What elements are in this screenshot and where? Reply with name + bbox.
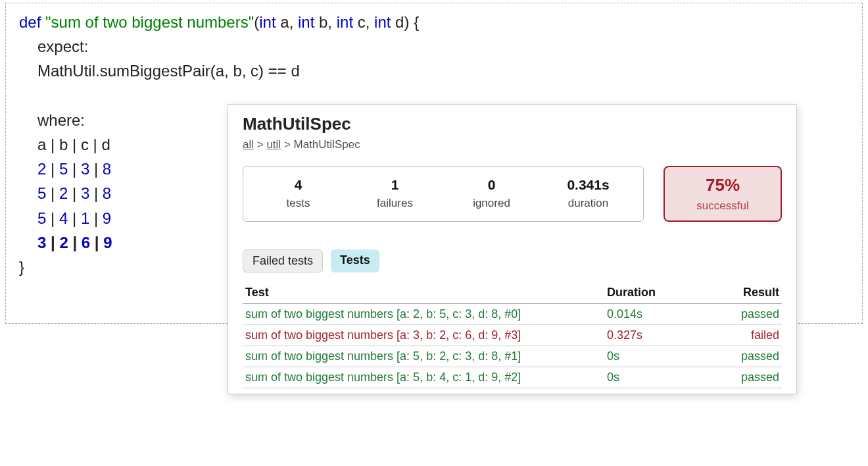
test-row: sum of two biggest numbers [a: 5, b: 2, …: [243, 346, 782, 367]
crumb-sep: >: [284, 138, 294, 151]
breadcrumb: all > util > MathUtilSpec: [243, 138, 782, 151]
test-row: sum of two biggest numbers [a: 3, b: 2, …: [243, 325, 782, 346]
test-result: failed: [710, 325, 782, 346]
close-paren-brace: ) {: [404, 13, 419, 31]
code-line-expect: expect:: [19, 34, 849, 59]
test-result: passed: [710, 367, 782, 388]
tabs: Failed tests Tests: [243, 249, 782, 272]
col-test: Test: [243, 282, 604, 304]
test-report-panel: MathUtilSpec all > util > MathUtilSpec 4…: [228, 104, 797, 394]
test-name: sum of two biggest numbers [a: 5, b: 2, …: [243, 346, 604, 367]
test-duration: 0.327s: [604, 325, 710, 346]
test-name: sum of two biggest numbers [a: 5, b: 4, …: [243, 367, 604, 388]
tab-tests[interactable]: Tests: [331, 249, 379, 272]
crumb-sep: >: [257, 138, 267, 151]
crumb-all[interactable]: all: [243, 138, 254, 151]
test-duration: 0s: [604, 367, 710, 388]
test-name: sum of two biggest numbers [a: 3, b: 2, …: [243, 325, 604, 346]
stat-ignored: 0 ignored: [443, 177, 540, 211]
code-line-def: def "sum of two biggest numbers"(int a, …: [19, 10, 849, 34]
code-line-assert: MathUtil.sumBiggestPair(a, b, c) == d: [19, 59, 849, 83]
report-title: MathUtilSpec: [243, 114, 782, 134]
col-duration: Duration: [604, 282, 710, 304]
test-result: passed: [710, 304, 782, 325]
test-name: sum of two biggest numbers [a: 2, b: 5, …: [243, 304, 604, 325]
test-duration: 0.014s: [604, 304, 710, 325]
method-name: "sum of two biggest numbers": [45, 13, 254, 31]
tab-failed-tests[interactable]: Failed tests: [243, 249, 323, 272]
crumb-leaf: MathUtilSpec: [294, 138, 360, 151]
stat-failures: 1 failures: [347, 177, 443, 211]
success-label: successful: [669, 199, 777, 213]
keyword-def: def: [19, 13, 41, 31]
crumb-util[interactable]: util: [266, 138, 281, 151]
stat-duration: 0.341s duration: [540, 177, 637, 211]
keyword-int: int: [259, 13, 276, 31]
stats-box: 4 tests 1 failures 0 ignored 0.341s dura…: [243, 166, 644, 222]
stats-row: 4 tests 1 failures 0 ignored 0.341s dura…: [243, 166, 782, 222]
tests-table-header: Test Duration Result: [243, 282, 782, 304]
success-box: 75% successful: [663, 166, 782, 222]
tests-table: Test Duration Result sum of two biggest …: [243, 282, 782, 388]
success-percent: 75%: [669, 175, 777, 195]
test-duration: 0s: [604, 346, 710, 367]
col-result: Result: [710, 282, 782, 304]
test-row: sum of two biggest numbers [a: 5, b: 4, …: [243, 367, 782, 388]
test-row: sum of two biggest numbers [a: 2, b: 5, …: [243, 304, 782, 325]
stat-tests: 4 tests: [250, 177, 347, 211]
test-result: passed: [710, 346, 782, 367]
